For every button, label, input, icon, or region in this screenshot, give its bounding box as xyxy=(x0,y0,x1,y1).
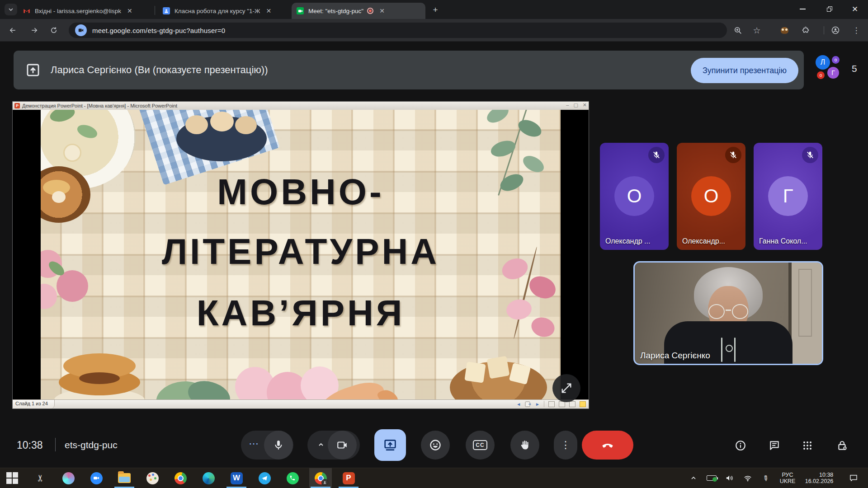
taskbar-powerpoint[interactable]: P xyxy=(337,468,360,488)
reactions-button[interactable] xyxy=(421,431,450,460)
activities-button[interactable] xyxy=(801,439,814,452)
language-code: РУС xyxy=(782,472,793,478)
paint-palette-icon xyxy=(146,472,159,484)
taskbar-telegram[interactable] xyxy=(253,468,276,488)
extensions-button[interactable] xyxy=(799,24,812,37)
tray-pen[interactable]: ✎ xyxy=(758,468,774,488)
taskbar-copilot[interactable] xyxy=(57,468,80,488)
taskbar-edge[interactable] xyxy=(197,468,220,488)
next-slide-icon[interactable]: ► xyxy=(535,402,540,407)
taskbar-chrome-profile-active[interactable] xyxy=(309,468,332,488)
edge-icon xyxy=(203,472,215,484)
chevron-up-icon xyxy=(690,475,697,481)
ppt-maximize-icon[interactable]: ▢ xyxy=(573,102,578,108)
self-view-tile[interactable]: Лариса Сергієнко xyxy=(633,261,823,365)
kebab-icon: ⋮ xyxy=(561,439,571,451)
word-icon: W xyxy=(231,472,243,484)
wifi-icon xyxy=(744,475,752,482)
reload-button[interactable] xyxy=(47,23,61,38)
camera-button[interactable] xyxy=(328,431,357,460)
slide-menu-icon[interactable] xyxy=(525,401,531,407)
tab-close-icon[interactable]: ✕ xyxy=(126,7,134,15)
minimize-icon xyxy=(800,9,806,9)
tab-meet-active[interactable]: Meet: "ets-gtdg-puc" ✕ xyxy=(292,3,425,19)
mic-button[interactable] xyxy=(264,431,293,460)
start-button[interactable] xyxy=(1,468,24,488)
slide-title-line-1: МОВНО- xyxy=(41,171,561,213)
zoom-page-button[interactable] xyxy=(731,24,744,37)
taskbar-paint[interactable] xyxy=(141,468,164,488)
participant-tile[interactable]: О Олександр... xyxy=(677,143,745,250)
tab-close-icon[interactable]: ✕ xyxy=(264,7,273,15)
tray-show-hidden-icons[interactable] xyxy=(685,468,702,488)
slideshow-view-icon[interactable] xyxy=(580,401,586,407)
taskbar-snipping-tool[interactable]: ✂ xyxy=(29,468,52,488)
taskbar-chrome[interactable] xyxy=(169,468,192,488)
captions-button[interactable]: CC xyxy=(466,431,495,460)
powerpoint-window: P Демонстрация PowerPoint - [Мовна кав'я… xyxy=(12,101,589,409)
new-tab-button[interactable]: + xyxy=(429,4,441,16)
ppt-close-icon[interactable]: ✕ xyxy=(583,102,587,108)
chat-button[interactable] xyxy=(768,439,781,452)
avatar: Г xyxy=(768,176,808,216)
tab-search-button[interactable] xyxy=(5,4,17,15)
ppt-minimize-icon[interactable]: – xyxy=(566,102,569,108)
profile-button[interactable] xyxy=(829,24,842,37)
owl-icon xyxy=(781,27,788,34)
forward-button[interactable] xyxy=(27,23,42,38)
stop-presenting-button[interactable]: Зупинити презентацію xyxy=(691,58,798,83)
meet-icon xyxy=(296,7,304,15)
normal-view-icon[interactable] xyxy=(548,401,555,407)
scissors-icon: ✂ xyxy=(35,474,46,482)
tray-volume[interactable] xyxy=(722,468,738,488)
hoodie-drawstring xyxy=(734,338,736,362)
participant-avatar-cluster[interactable]: Л о о Г 5 xyxy=(813,53,868,87)
address-bar[interactable]: meet.google.com/ets-gtdg-puc?authuser=0 xyxy=(69,23,727,38)
taskbar-zoom[interactable] xyxy=(85,468,108,488)
previous-slide-icon[interactable]: ◄ xyxy=(516,402,521,407)
fullscreen-button[interactable] xyxy=(552,374,580,402)
camera-icon xyxy=(336,439,348,451)
reading-view-icon[interactable] xyxy=(569,401,576,407)
raise-hand-button[interactable] xyxy=(510,431,539,460)
taskbar-whatsapp[interactable] xyxy=(281,468,304,488)
hoodie-zipper-pull xyxy=(726,345,733,352)
tray-wifi[interactable] xyxy=(740,468,756,488)
present-button-active[interactable] xyxy=(374,429,406,461)
taskbar-word[interactable]: W xyxy=(225,468,248,488)
chrome-icon xyxy=(315,472,327,484)
window-close-button[interactable]: ✕ xyxy=(844,0,865,18)
taskbar-file-explorer[interactable] xyxy=(113,468,136,488)
site-camera-icon[interactable] xyxy=(75,24,87,36)
gmail-icon xyxy=(23,7,31,15)
camera-button-group[interactable] xyxy=(307,431,360,460)
meeting-time: 10:38 xyxy=(17,439,43,451)
chat-icon xyxy=(769,440,780,451)
meeting-details-button[interactable] xyxy=(734,439,747,452)
mic-off-badge xyxy=(802,147,818,163)
mic-button-group[interactable]: ⋯ xyxy=(241,431,293,460)
participant-tile[interactable]: О Олександр ... xyxy=(600,143,669,250)
reload-icon xyxy=(50,26,58,34)
end-call-button[interactable] xyxy=(582,431,633,460)
tab-close-icon[interactable]: ✕ xyxy=(378,7,386,15)
browser-menu-button[interactable]: ⋮ xyxy=(850,24,863,37)
expand-icon xyxy=(560,382,573,394)
tray-language[interactable]: РУС UKRE xyxy=(776,468,799,488)
more-options-button[interactable]: ⋮ xyxy=(554,431,577,460)
host-controls-button[interactable] xyxy=(835,439,849,452)
tray-clock[interactable]: 10:38 16.02.2026 xyxy=(801,468,837,488)
action-center-button[interactable] xyxy=(844,468,863,488)
tab-classroom[interactable]: Класна робота для курсу "1-Ж ✕ xyxy=(158,3,285,19)
audio-options-icon[interactable]: ⋯ xyxy=(241,438,264,452)
bookmark-star-button[interactable]: ☆ xyxy=(750,24,763,37)
extension-owl-button[interactable] xyxy=(778,24,791,37)
tray-battery[interactable] xyxy=(703,468,720,488)
puzzle-icon xyxy=(802,26,810,34)
window-minimize-button[interactable] xyxy=(792,0,813,18)
tab-gmail[interactable]: Вхідні - larissa.sergienko@lispk ✕ xyxy=(18,3,152,19)
camera-options-icon[interactable] xyxy=(311,441,328,449)
participant-tile[interactable]: Г Ганна Сокол... xyxy=(754,143,822,250)
back-button[interactable] xyxy=(5,23,20,38)
window-restore-button[interactable] xyxy=(819,0,840,18)
